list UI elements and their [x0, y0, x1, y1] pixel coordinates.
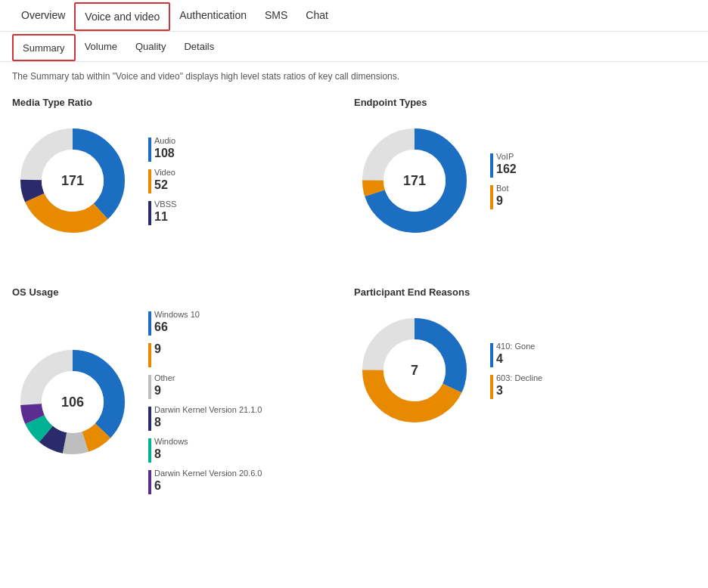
legend-os-orange-text: 9: [154, 342, 161, 356]
spacer-1: [12, 256, 696, 286]
legend-other: Other 9: [148, 373, 262, 399]
legend-video-bar: [148, 169, 151, 193]
endpoint-types-total: 171: [403, 173, 426, 189]
endpoint-types-legend: VoIP 162 Bot 9: [490, 152, 517, 209]
legend-darwin20: Darwin Kernel Version 20.6.0 6: [148, 469, 262, 494]
legend-windows-bar: [148, 438, 151, 463]
legend-vbss-text: VBSS 11: [154, 200, 176, 224]
os-usage-section: OS Usage: [12, 286, 354, 494]
legend-audio-text: Audio 108: [154, 136, 175, 160]
legend-darwin21-value: 8: [154, 415, 262, 429]
charts-row-2: OS Usage: [12, 286, 696, 494]
legend-darwin21-text: Darwin Kernel Version 21.1.0 8: [154, 405, 262, 429]
sub-nav-quality[interactable]: Quality: [126, 32, 175, 62]
legend-win10-label: Windows 10: [154, 310, 200, 320]
endpoint-types-chart: 171 VoIP 162 Bot 9: [354, 120, 696, 241]
legend-410-bar: [490, 343, 493, 367]
os-usage-donut: 106: [12, 342, 133, 463]
legend-voip-value: 162: [496, 162, 517, 176]
legend-os-orange-bar: [148, 343, 151, 367]
top-nav-sms[interactable]: SMS: [256, 0, 297, 32]
legend-vbss-value: 11: [154, 209, 176, 224]
legend-darwin21: Darwin Kernel Version 21.1.0 8: [148, 405, 262, 431]
legend-bot-value: 9: [496, 193, 509, 208]
legend-other-label: Other: [154, 373, 175, 383]
os-usage-title: OS Usage: [12, 286, 354, 298]
legend-410-text: 410: Gone 4: [496, 342, 535, 366]
participant-end-reasons-title: Participant End Reasons: [354, 286, 696, 298]
participant-end-reasons-legend: 410: Gone 4 603: Decline 3: [490, 342, 542, 399]
legend-410: 410: Gone 4: [490, 342, 542, 367]
page-description: The Summary tab within "Voice and video"…: [0, 62, 708, 91]
os-usage-total: 106: [61, 395, 84, 410]
sub-nav: Summary Volume Quality Details: [0, 32, 708, 62]
participant-end-reasons-total: 7: [411, 363, 418, 379]
endpoint-types-donut: 171: [354, 120, 475, 241]
legend-603-text: 603: Decline 3: [496, 373, 542, 398]
legend-video-label: Video: [154, 168, 175, 178]
top-nav: Overview Voice and video Authentication …: [0, 0, 708, 32]
legend-video: Video 52: [148, 168, 176, 193]
legend-darwin20-value: 6: [154, 478, 262, 493]
os-usage-legend: Windows 10 66 9 Other: [148, 310, 262, 494]
legend-audio: Audio 108: [148, 136, 176, 162]
legend-bot-label: Bot: [496, 184, 509, 193]
top-nav-overview[interactable]: Overview: [12, 0, 74, 32]
participant-end-reasons-section: Participant End Reasons 7: [354, 286, 696, 494]
legend-audio-bar: [148, 138, 151, 162]
legend-bot-text: Bot 9: [496, 184, 509, 208]
legend-win10-bar: [148, 311, 151, 336]
legend-603-value: 3: [496, 383, 542, 398]
legend-win10: Windows 10 66: [148, 310, 262, 336]
legend-other-value: 9: [154, 383, 175, 398]
sub-nav-details[interactable]: Details: [175, 32, 223, 62]
sub-nav-summary[interactable]: Summary: [12, 34, 76, 61]
legend-darwin20-text: Darwin Kernel Version 20.6.0 6: [154, 469, 262, 493]
legend-voip-label: VoIP: [496, 152, 517, 162]
legend-603-bar: [490, 375, 493, 399]
charts-row-1: Media Type Ratio 171: [12, 97, 696, 241]
legend-darwin20-bar: [148, 470, 151, 494]
legend-voip-text: VoIP 162: [496, 152, 517, 176]
top-nav-chat[interactable]: Chat: [297, 0, 337, 32]
legend-bot: Bot 9: [490, 184, 517, 209]
legend-os-orange: 9: [148, 342, 262, 367]
media-type-ratio-section: Media Type Ratio 171: [12, 97, 354, 241]
legend-vbss-bar: [148, 201, 151, 225]
sub-nav-volume[interactable]: Volume: [76, 32, 126, 62]
media-type-ratio-chart: 171 Audio 108 Video 52: [12, 120, 354, 241]
legend-voip: VoIP 162: [490, 152, 517, 178]
legend-win10-value: 66: [154, 320, 200, 334]
top-nav-authentication[interactable]: Authentication: [170, 0, 256, 32]
endpoint-types-section: Endpoint Types 171: [354, 97, 696, 241]
legend-video-text: Video 52: [154, 168, 175, 192]
legend-win10-text: Windows 10 66: [154, 310, 200, 334]
legend-vbss: VBSS 11: [148, 200, 176, 225]
legend-darwin20-label: Darwin Kernel Version 20.6.0: [154, 469, 262, 478]
media-type-ratio-title: Media Type Ratio: [12, 97, 354, 108]
legend-darwin21-label: Darwin Kernel Version 21.1.0: [154, 405, 262, 415]
legend-603-label: 603: Decline: [496, 373, 542, 383]
legend-os-orange-value: 9: [154, 342, 161, 356]
participant-end-reasons-donut: 7: [354, 310, 475, 431]
legend-windows: Windows 8: [148, 437, 262, 463]
media-type-ratio-donut: 171: [12, 120, 133, 241]
main-content: Media Type Ratio 171: [0, 91, 708, 515]
legend-windows-label: Windows: [154, 437, 188, 447]
os-usage-chart: 106 Windows 10 66 9: [12, 310, 354, 494]
legend-darwin21-bar: [148, 407, 151, 431]
media-type-ratio-legend: Audio 108 Video 52 VBS: [148, 136, 176, 225]
top-nav-voice-video[interactable]: Voice and video: [74, 2, 170, 31]
legend-audio-label: Audio: [154, 136, 175, 146]
legend-other-bar: [148, 375, 151, 399]
legend-410-value: 4: [496, 351, 535, 366]
endpoint-types-title: Endpoint Types: [354, 97, 696, 108]
legend-windows-text: Windows 8: [154, 437, 188, 461]
legend-windows-value: 8: [154, 447, 188, 461]
legend-other-text: Other 9: [154, 373, 175, 398]
legend-410-label: 410: Gone: [496, 342, 535, 351]
participant-end-reasons-chart: 7 410: Gone 4 603: Decline 3: [354, 310, 696, 431]
legend-vbss-label: VBSS: [154, 200, 176, 209]
media-type-ratio-total: 171: [61, 173, 84, 189]
legend-bot-bar: [490, 185, 493, 209]
